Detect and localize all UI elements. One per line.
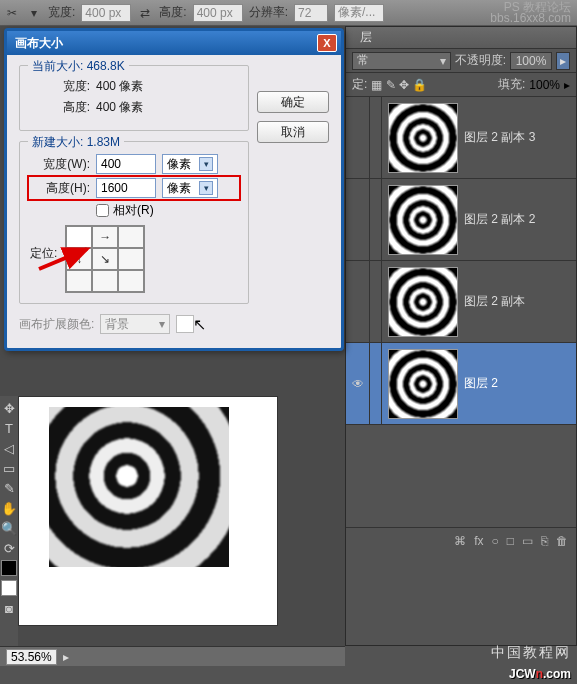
- width-field[interactable]: 400 px: [81, 4, 131, 22]
- hand-icon[interactable]: ✋: [1, 500, 17, 516]
- visibility-icon[interactable]: [346, 261, 370, 342]
- layer-row[interactable]: 图层 2 副本 3: [346, 97, 576, 179]
- anchor-tr[interactable]: [118, 226, 144, 248]
- anchor-mr[interactable]: [118, 248, 144, 270]
- rotate-icon[interactable]: ⟳: [1, 540, 17, 556]
- cur-height-label: 高度:: [30, 99, 90, 116]
- blend-mode-select[interactable]: 常▾: [352, 52, 451, 70]
- opacity-label: 不透明度:: [455, 52, 506, 69]
- dialog-titlebar[interactable]: 画布大小 X: [7, 31, 341, 55]
- direct-sel-icon[interactable]: ◁: [1, 440, 17, 456]
- dropdown-icon[interactable]: ▾: [26, 5, 42, 21]
- chevron-down-icon[interactable]: ▾: [199, 181, 213, 195]
- layer-row[interactable]: 图层 2 副本 2: [346, 179, 576, 261]
- opacity-field[interactable]: 100%: [510, 52, 552, 70]
- new-height-input[interactable]: [96, 178, 156, 198]
- chevron-down-icon[interactable]: ▾: [199, 157, 213, 171]
- anchor-tl[interactable]: [66, 226, 92, 248]
- layers-panel: 层 常▾ 不透明度: 100% ▸ 定: ▦ ✎ ✥ 🔒 填充: 100% ▸ …: [345, 26, 577, 646]
- blend-row: 常▾ 不透明度: 100% ▸: [346, 49, 576, 73]
- notes-icon[interactable]: ✎: [1, 480, 17, 496]
- status-bar: 53.56% ▸: [0, 646, 345, 666]
- anchor-ml[interactable]: ↓: [66, 248, 92, 270]
- anchor-mc[interactable]: ↘: [92, 248, 118, 270]
- extend-color-swatch[interactable]: [176, 315, 194, 333]
- cursor-icon: ↖: [193, 315, 206, 334]
- width-unit-select[interactable]: 像素▾: [162, 154, 218, 174]
- layer-name[interactable]: 图层 2 副本 3: [464, 129, 535, 146]
- link-icon[interactable]: ⌘: [454, 534, 466, 548]
- opacity-arrow-icon[interactable]: ▸: [556, 52, 570, 70]
- link-col: [370, 261, 382, 342]
- type-icon[interactable]: T: [1, 420, 17, 436]
- layers-footer: ⌘ fx ○ □ ▭ ⎘ 🗑: [346, 527, 576, 553]
- ok-button[interactable]: 确定: [257, 91, 329, 113]
- layer-name[interactable]: 图层 2 副本 2: [464, 211, 535, 228]
- new-layer-icon[interactable]: ⎘: [541, 534, 548, 548]
- new-size-group: 新建大小: 1.83M 宽度(W): 像素▾ 高度(H): 像素▾ 相对(R) …: [19, 141, 249, 304]
- mask-icon[interactable]: ○: [492, 534, 499, 548]
- shape-icon[interactable]: ▭: [1, 460, 17, 476]
- tools-panel: ✥ T ◁ ▭ ✎ ✋ 🔍 ⟳ ◙: [0, 396, 18, 656]
- visibility-icon[interactable]: [346, 97, 370, 178]
- document-window[interactable]: [18, 396, 278, 626]
- status-arrow-icon[interactable]: ▸: [63, 650, 69, 664]
- fx-icon[interactable]: fx: [474, 534, 483, 548]
- watermark-en: JCWn.com: [509, 664, 571, 682]
- canvas-size-dialog: 画布大小 X 确定 取消 当前大小: 468.8K 宽度:400 像素 高度:4…: [4, 28, 344, 351]
- trash-icon[interactable]: 🗑: [556, 534, 568, 548]
- extend-label: 画布扩展颜色:: [19, 316, 94, 333]
- layer-thumb[interactable]: [388, 103, 458, 173]
- cur-height-value: 400 像素: [96, 99, 143, 116]
- swap-icon[interactable]: ⇄: [137, 5, 153, 21]
- cancel-button[interactable]: 取消: [257, 121, 329, 143]
- swatch-fg[interactable]: [1, 560, 17, 576]
- layer-name[interactable]: 图层 2: [464, 375, 498, 392]
- resolution-label: 分辨率:: [249, 4, 288, 21]
- extend-color-select[interactable]: 背景▾: [100, 314, 170, 334]
- anchor-tc[interactable]: →: [92, 226, 118, 248]
- panels-dock: 层 常▾ 不透明度: 100% ▸ 定: ▦ ✎ ✥ 🔒 填充: 100% ▸ …: [345, 26, 577, 646]
- resolution-field[interactable]: 72: [294, 4, 328, 22]
- anchor-bc[interactable]: [92, 270, 118, 292]
- watermark-top: PS 教程论坛bbs.16xx8.com: [490, 2, 571, 24]
- layer-row[interactable]: 👁 图层 2: [346, 343, 576, 425]
- height-unit-select[interactable]: 像素▾: [162, 178, 218, 198]
- fill-arrow-icon[interactable]: ▸: [564, 78, 570, 92]
- quickmask-icon[interactable]: ◙: [1, 600, 17, 616]
- resolution-unit[interactable]: 像素/...: [334, 4, 384, 22]
- anchor-br[interactable]: [118, 270, 144, 292]
- zoom-icon[interactable]: 🔍: [1, 520, 17, 536]
- layer-thumb[interactable]: [388, 267, 458, 337]
- crop-icon[interactable]: ✂: [4, 5, 20, 21]
- layer-name[interactable]: 图层 2 副本: [464, 293, 525, 310]
- watermark-cn: 中国教程网: [491, 644, 571, 662]
- visibility-eye-icon[interactable]: 👁: [346, 343, 370, 424]
- height-label: 高度:: [159, 4, 186, 21]
- layer-list: 图层 2 副本 3 图层 2 副本 2 图层 2 副本 👁 图层 2: [346, 97, 576, 527]
- swatch-bg[interactable]: [1, 580, 17, 596]
- path-sel-icon[interactable]: ✥: [1, 400, 17, 416]
- layer-thumb[interactable]: [388, 349, 458, 419]
- zoom-field[interactable]: 53.56%: [6, 649, 57, 665]
- anchor-bl[interactable]: [66, 270, 92, 292]
- height-field[interactable]: 400 px: [193, 4, 243, 22]
- close-button[interactable]: X: [317, 34, 337, 52]
- canvas-image: [49, 407, 229, 567]
- link-col: [370, 97, 382, 178]
- fill-field[interactable]: 100%: [529, 78, 560, 92]
- new-size-title: 新建大小: 1.83M: [28, 134, 124, 151]
- new-width-input[interactable]: [96, 154, 156, 174]
- adjust-icon[interactable]: □: [507, 534, 514, 548]
- extend-color-row: 画布扩展颜色: 背景▾: [19, 314, 329, 334]
- group-icon[interactable]: ▭: [522, 534, 533, 548]
- layer-row[interactable]: 图层 2 副本: [346, 261, 576, 343]
- visibility-icon[interactable]: [346, 179, 370, 260]
- fill-label: 填充:: [498, 76, 525, 93]
- current-size-title: 当前大小: 468.8K: [28, 58, 129, 75]
- layer-thumb[interactable]: [388, 185, 458, 255]
- lock-icons[interactable]: ▦ ✎ ✥ 🔒: [371, 78, 427, 92]
- anchor-grid: → ↓ ↘: [65, 225, 145, 293]
- tab-layers[interactable]: 层: [352, 26, 380, 49]
- relative-checkbox[interactable]: [96, 204, 109, 217]
